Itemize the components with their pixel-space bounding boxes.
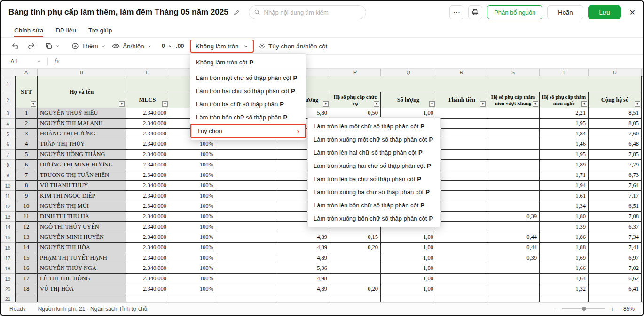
menu-du-lieu[interactable]: Dữ liệu [55,24,76,37]
header-tnn[interactable]: Hệ số phụ cấp thâm niên nghề▾ [540,92,589,108]
cell-L11[interactable]: 2.340.000 [126,191,169,201]
cell-U8[interactable]: 7,79 [589,160,642,170]
zoom-in-button[interactable]: + [610,305,614,313]
cell-B14[interactable]: NGÔ THỊ THÚY UYÊN [38,222,126,232]
row-header-4[interactable]: 4 [1,118,15,129]
cell-R6[interactable] [436,139,487,150]
cell-N15[interactable] [216,232,277,243]
cell-S5[interactable] [487,129,540,139]
filter-button[interactable]: ▾ [374,101,379,107]
cell-M7[interactable]: 100% [169,150,216,160]
menu-item[interactable]: Làm tròn bốn chữ số thập phânP [190,111,306,124]
copy-button[interactable] [45,42,60,50]
cell-B4[interactable]: NGUYỄN THỊ MAI ANH [38,118,126,129]
them-button[interactable]: Thêm [71,42,105,50]
cell-T14[interactable]: 1,39 [540,222,589,232]
cell-U17[interactable]: 6,97 [589,253,642,263]
column-header-T[interactable]: T [540,69,589,76]
tuy-chon-an-hien-cot-button[interactable]: Tùy chọn ẩn/hiện cột [259,42,327,49]
row-header-18[interactable]: 18 [1,263,15,274]
cell-S6[interactable] [487,139,540,150]
cell-U7[interactable]: 7,85 [589,150,642,160]
chevron-down-icon[interactable] [37,59,41,63]
cell-L3[interactable]: 2.340.000 [126,108,169,118]
hoan-button[interactable]: Hoãn [547,5,583,19]
row-header-15[interactable]: 15 [1,232,15,243]
header-chs[interactable]: Cộng hệ số▾ [589,92,642,108]
row-header-10[interactable]: 10 [1,181,15,191]
cell-N20[interactable] [216,284,277,294]
cell-T9[interactable]: 1,71 [540,170,589,181]
cell-B3[interactable]: NGUYỄN THUÝ HIẾU [38,108,126,118]
cell-L13[interactable]: 2.340.000 [126,212,169,222]
cell-N11[interactable] [216,191,277,201]
cell-L10[interactable]: 2.340.000 [126,181,169,191]
column-header-P[interactable]: P [330,69,381,76]
menu-item[interactable]: Làm tròn một chữ số thập phân cộtP [190,71,306,84]
cell-T11[interactable]: 1,61 [540,191,589,201]
zoom-slider[interactable] [562,306,605,312]
column-header-A[interactable]: A [15,69,38,76]
cell-P21[interactable] [330,294,381,302]
cell-L15[interactable]: 2.340.000 [126,232,169,243]
cell-Q18[interactable]: 1,00 [381,263,436,274]
cell-R12[interactable] [436,201,487,212]
row-header-7[interactable]: 7 [1,150,15,160]
cell-A6[interactable]: 4 [15,139,38,150]
cell-O18[interactable]: 5,36 [277,263,330,274]
cell-U20[interactable]: 6,41 [589,284,642,294]
menu-item[interactable]: Làm tròn xuống bốn chữ số thập phân cộtP [308,212,440,225]
filter-button[interactable]: ▾ [323,101,329,107]
cell-R3[interactable] [436,108,487,118]
phan-bo-nguon-button[interactable]: Phân bổ nguồn [487,5,542,19]
cell-U21[interactable] [589,294,642,302]
cell-Q15[interactable]: 1,00 [381,232,436,243]
cell-M17[interactable]: 100% [169,253,216,263]
menu-item[interactable]: Làm tròn lên hai chữ số thập phân cộtP [308,146,440,159]
cell-O17[interactable]: 4,89 [277,253,330,263]
header-stt[interactable]: STT▾ [15,76,38,108]
cell-O20[interactable]: 4,89 [277,284,330,294]
cell-L17[interactable]: 2.340.000 [126,253,169,263]
an-hien-button[interactable]: Ẩn/hiện [112,42,151,50]
cell-L21[interactable] [126,294,169,302]
cell-A20[interactable]: 18 [15,284,38,294]
cell-R18[interactable] [436,263,487,274]
cell-R7[interactable] [436,150,487,160]
cell-S4[interactable] [487,118,540,129]
row-header-1[interactable]: 1 [1,76,15,92]
row-header-14[interactable]: 14 [1,222,15,232]
cell-N12[interactable] [216,201,277,212]
khong-lam-tron-button[interactable]: Không làm tròn [190,40,254,53]
redo-button[interactable] [27,42,35,50]
cell-M6[interactable]: 100% [169,139,216,150]
cell-B11[interactable]: KIM THỊ NGỌC DIỆP [38,191,126,201]
cell-B19[interactable]: LÊ THỊ THU HỒNG [38,274,126,284]
cell-M19[interactable]: 100% [169,274,216,284]
cell-L4[interactable]: 2.340.000 [126,118,169,129]
increase-decimal-button[interactable]: .00 [176,43,184,49]
menu-chinh-sua[interactable]: Chỉnh sửa [14,24,43,37]
cell-U5[interactable]: 7,60 [589,129,642,139]
filter-button[interactable]: ▾ [119,101,125,107]
row-header-11[interactable]: 11 [1,191,15,201]
cell-R13[interactable] [436,212,487,222]
cell-M21[interactable] [169,294,216,302]
header-pccv[interactable]: Hệ số phụ cấp chức vụ▾ [330,92,381,108]
cell-L7[interactable]: 2.340.000 [126,150,169,160]
cell-R4[interactable] [436,118,487,129]
cell-A17[interactable]: 15 [15,253,38,263]
cell-T4[interactable]: 1,95 [540,118,589,129]
cell-U9[interactable]: 6,73 [589,170,642,181]
cell-A11[interactable]: 9 [15,191,38,201]
cell-T12[interactable]: 1,34 [540,201,589,212]
cell-S10[interactable] [487,181,540,191]
filter-button[interactable]: ▾ [31,101,36,107]
header-sl[interactable]: Số lượng▾ [381,92,436,108]
cell-A5[interactable]: 3 [15,129,38,139]
column-header-Q[interactable]: Q [381,69,436,76]
row-header-13[interactable]: 13 [1,212,15,222]
cell-B12[interactable]: NGUYỄN THỊ MÙI [38,201,126,212]
cell-U14[interactable]: 6,37 [589,222,642,232]
cell-T5[interactable]: 1,84 [540,129,589,139]
